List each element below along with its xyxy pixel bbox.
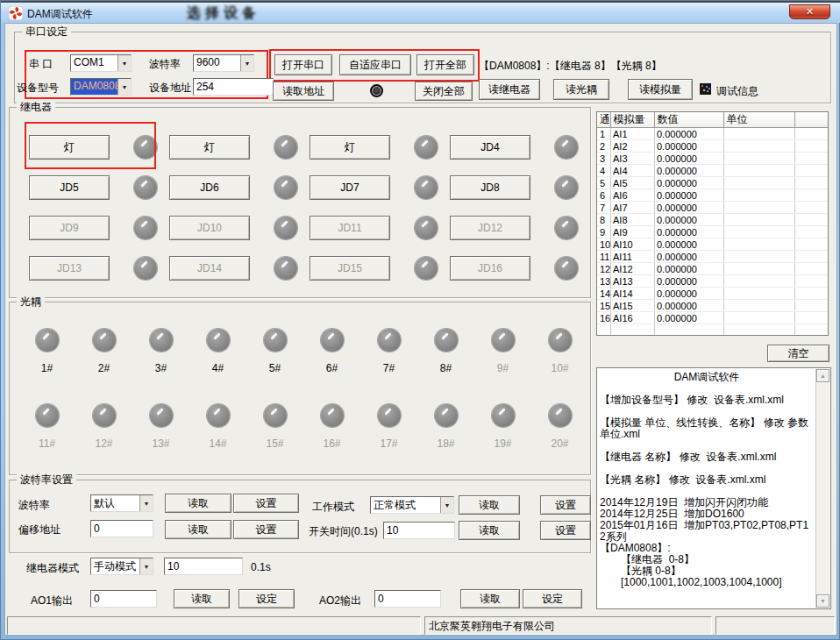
cell-extra: [794, 288, 829, 300]
relay-led: [415, 257, 438, 280]
baudrate-select[interactable]: 默认 ▼: [90, 494, 153, 512]
cell-unit: [723, 251, 794, 263]
baudrate-read-button[interactable]: 读取: [165, 494, 231, 513]
cell-channel: 6: [597, 189, 610, 202]
offset-read-button[interactable]: 读取: [165, 520, 231, 539]
read-analog-button[interactable]: 读模拟量: [628, 79, 693, 100]
cell-unit: [723, 312, 794, 324]
clear-button[interactable]: 清空: [767, 345, 829, 362]
cell-channel: 13: [597, 275, 610, 288]
debug-info-label[interactable]: 调试信息: [716, 84, 758, 99]
analog-table-row: 4 AI4 0.000000: [597, 165, 829, 177]
work-mode-select[interactable]: 正常模式 ▼: [370, 496, 454, 514]
statusbar-right: [715, 616, 835, 635]
info-line: 【增加设备型号】 修改 设备表.xml.xml: [600, 395, 814, 406]
close-all-button[interactable]: 关闭全部: [415, 82, 473, 101]
cell-analog: AI14: [610, 288, 654, 300]
analog-table-row: 13 AI13 0.000000: [597, 275, 829, 288]
read-opto-button[interactable]: 读光耦: [553, 79, 609, 100]
cell-extra: [794, 189, 829, 202]
switch-time-input[interactable]: [383, 522, 455, 539]
ao2-input[interactable]: [374, 590, 441, 608]
cell-analog: AI16: [610, 312, 654, 324]
opto-led: [435, 404, 458, 427]
relay-button[interactable]: JD8: [450, 175, 530, 200]
relay-button[interactable]: 灯: [29, 135, 110, 160]
ao1-input[interactable]: [90, 590, 157, 608]
switch-time-set-button[interactable]: 设置: [540, 521, 591, 540]
offset-input[interactable]: [90, 520, 153, 537]
open-all-button[interactable]: 打开全部: [416, 54, 474, 75]
opto-channel-label: 20#: [551, 437, 568, 450]
col-unit[interactable]: 单位: [723, 112, 794, 128]
ao2-set-button[interactable]: 设定: [523, 589, 582, 608]
chevron-down-icon[interactable]: ▼: [240, 55, 253, 71]
opto-channel: 14#: [189, 404, 246, 450]
relay-button[interactable]: JD10: [169, 216, 250, 240]
chevron-down-icon[interactable]: ▼: [117, 55, 131, 71]
relay-button[interactable]: JD9: [29, 216, 110, 240]
titlebar[interactable]: 选择设备 DAM调试软件 ✕: [1, 1, 840, 23]
cell-channel: 9: [597, 226, 610, 238]
adaptive-serial-button[interactable]: 自适应串口: [339, 54, 411, 75]
chevron-down-icon[interactable]: ▼: [139, 495, 153, 511]
baud-select[interactable]: 9600 ▼: [193, 54, 254, 72]
opto-led: [150, 329, 173, 352]
relay-mode-time-input[interactable]: [164, 558, 243, 575]
relay-button[interactable]: JD6: [169, 175, 250, 200]
opto-channel-label: 9#: [497, 362, 509, 374]
offset-set-button[interactable]: 设置: [233, 520, 299, 539]
cell-value: 0.000000: [654, 165, 723, 177]
chevron-down-icon[interactable]: ▼: [117, 79, 131, 95]
opto-channel: 1#: [18, 329, 75, 374]
opto-channel-label: 1#: [41, 362, 53, 374]
open-serial-button[interactable]: 打开串口: [274, 54, 332, 75]
relay-led: [415, 176, 438, 199]
relay-button[interactable]: JD15: [310, 256, 390, 281]
opto-channel: 16#: [303, 404, 360, 450]
baud-value: 9600: [194, 55, 240, 71]
ao1-set-button[interactable]: 设定: [238, 589, 295, 608]
relay-button[interactable]: JD16: [450, 256, 530, 281]
address-input[interactable]: [193, 78, 274, 96]
cell-extra: [794, 202, 829, 214]
analog-table-row: 10 AI10 0.000000: [597, 238, 829, 251]
work-mode-value: 正常模式: [371, 497, 440, 513]
relay-led: [555, 217, 578, 239]
read-relay-button[interactable]: 读继电器: [479, 79, 540, 100]
col-analog[interactable]: 模拟量: [610, 112, 654, 128]
cell-unit: [723, 165, 794, 177]
opto-channel: 2#: [75, 329, 132, 374]
ao2-read-button[interactable]: 读取: [460, 589, 520, 608]
cell-value: 0.000000: [654, 263, 723, 275]
read-address-button[interactable]: 读取地址: [273, 82, 334, 101]
relay-mode-select[interactable]: 手动模式 ▼: [90, 558, 153, 575]
work-mode-read-button[interactable]: 读取: [459, 495, 520, 515]
ao1-read-button[interactable]: 读取: [174, 589, 230, 608]
port-select[interactable]: COM1 ▼: [70, 54, 132, 72]
relay-button[interactable]: JD7: [310, 175, 390, 200]
relay-button[interactable]: JD14: [169, 256, 250, 281]
scroll-down-icon[interactable]: ▼: [816, 594, 829, 608]
relay-button[interactable]: 灯: [169, 135, 250, 160]
relay-button[interactable]: JD12: [450, 216, 530, 240]
relay-button[interactable]: JD13: [29, 256, 110, 281]
baudrate-set-button[interactable]: 设置: [233, 494, 299, 513]
work-mode-set-button[interactable]: 设置: [540, 495, 591, 515]
info-panel: DAM调试软件 【增加设备型号】 修改 设备表.xml.xml 【模拟量 单位、…: [596, 367, 831, 609]
chevron-down-icon[interactable]: ▼: [440, 497, 453, 513]
close-icon[interactable]: ✕: [789, 4, 830, 19]
relay-button[interactable]: 灯: [310, 135, 390, 160]
switch-time-read-button[interactable]: 读取: [459, 521, 520, 540]
relay-button[interactable]: JD4: [450, 135, 530, 160]
col-channel[interactable]: 通: [597, 112, 610, 128]
chevron-down-icon[interactable]: ▼: [139, 558, 153, 574]
model-select[interactable]: DAM0808 ▼: [70, 78, 132, 96]
scroll-up-icon[interactable]: ▲: [816, 369, 829, 382]
relay-group: 继电器 灯 灯 灯: [9, 107, 591, 298]
col-value[interactable]: 数值: [654, 112, 723, 128]
opto-channel: 10#: [531, 329, 588, 374]
relay-button[interactable]: JD11: [310, 216, 390, 240]
relay-button[interactable]: JD5: [29, 175, 110, 200]
info-scrollbar[interactable]: ▲ ▼: [815, 369, 829, 608]
